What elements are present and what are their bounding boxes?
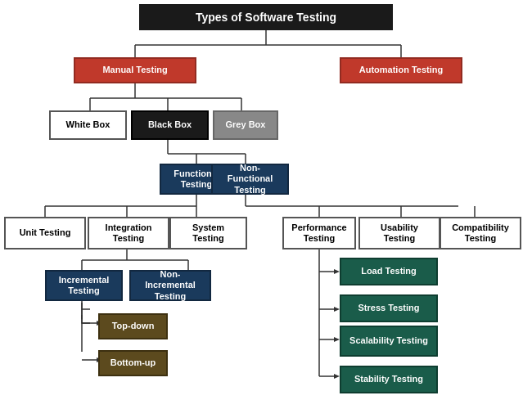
root-node: Types of Software Testing [139, 4, 393, 30]
blackbox-node: Black Box [131, 110, 209, 140]
stability-testing-node: Stability Testing [340, 366, 438, 393]
diagram: Types of Software Testing Manual Testing… [0, 0, 532, 409]
greybox-node: Grey Box [213, 110, 278, 140]
svg-marker-44 [334, 374, 340, 379]
scalability-testing-node: Scalability Testing [340, 326, 438, 357]
manual-testing-node: Manual Testing [74, 57, 196, 83]
nonfunctional-testing-node: Non-Functional Testing [211, 164, 289, 195]
nonincremental-testing-node: Non-Incremental Testing [129, 270, 211, 301]
usability-testing-node: Usability Testing [358, 217, 440, 249]
svg-marker-42 [334, 337, 340, 342]
automation-testing-node: Automation Testing [340, 57, 462, 83]
compatibility-testing-node: Compatibility Testing [440, 217, 521, 249]
whitebox-node: White Box [49, 110, 127, 140]
bottomup-node: Bottom-up [98, 350, 168, 376]
performance-testing-node: Performance Testing [282, 217, 356, 249]
system-testing-node: System Testing [169, 217, 247, 249]
topdown-node: Top-down [98, 313, 168, 339]
integration-testing-node: Integration Testing [88, 217, 169, 249]
svg-marker-40 [334, 307, 340, 312]
incremental-testing-node: Incremental Testing [45, 270, 123, 301]
unit-testing-node: Unit Testing [4, 217, 86, 249]
svg-marker-38 [334, 269, 340, 274]
stress-testing-node: Stress Testing [340, 294, 438, 322]
load-testing-node: Load Testing [340, 258, 438, 285]
